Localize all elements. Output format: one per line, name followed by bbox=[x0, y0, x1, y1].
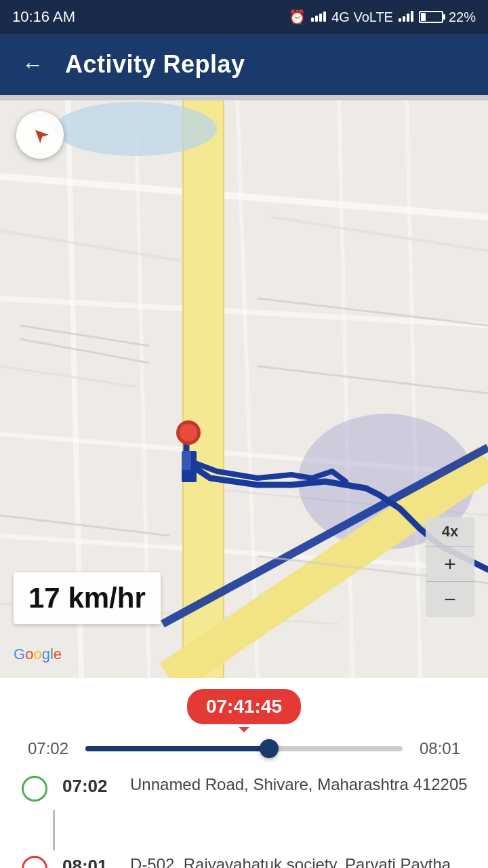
start-time-label: 07:02 bbox=[62, 776, 117, 797]
slider-row: 07:02 08:01 bbox=[0, 730, 488, 764]
signal-icon bbox=[311, 9, 326, 25]
slider-start-time: 07:02 bbox=[24, 739, 72, 758]
battery-percent: 22% bbox=[449, 9, 476, 25]
zoom-controls: 4x + − bbox=[426, 517, 474, 617]
timeline-header: 07:41:45 bbox=[0, 678, 488, 730]
end-circle-icon bbox=[22, 856, 47, 868]
start-icon bbox=[20, 774, 49, 803]
svg-point-20 bbox=[54, 102, 217, 156]
speed-value: 17 km/hr bbox=[28, 582, 146, 614]
zoom-out-button[interactable]: − bbox=[426, 582, 474, 617]
zoom-level: 4x bbox=[426, 517, 474, 547]
status-time: 10:16 AM bbox=[12, 8, 75, 26]
page-title: Activity Replay bbox=[65, 50, 245, 79]
status-icons: ⏰ 4G VoLTE 22% bbox=[289, 9, 476, 25]
compass: ➤ bbox=[16, 111, 64, 159]
timeline-entry-end: 08:01 D-502, Rajyavahatuk society, Parva… bbox=[20, 850, 468, 868]
timeline-entries: 07:02 Unnamed Road, Shivare, Maharashtra… bbox=[0, 764, 488, 868]
signal-icon-2 bbox=[399, 9, 413, 25]
slider-track-wrap[interactable] bbox=[85, 746, 403, 751]
speed-badge: 17 km/hr bbox=[14, 572, 161, 624]
svg-rect-19 bbox=[0, 95, 488, 100]
time-display: 10:16 AM bbox=[12, 8, 75, 26]
end-icon bbox=[20, 854, 49, 868]
current-time-bubble: 07:41:45 bbox=[187, 689, 301, 724]
slider-fill bbox=[85, 746, 269, 751]
google-logo: Google bbox=[14, 646, 62, 663]
timeline-connector bbox=[53, 810, 55, 850]
start-address: Unnamed Road, Shivare, Maharashtra 41220… bbox=[130, 773, 468, 796]
svg-point-26 bbox=[180, 424, 197, 441]
timeline-entry-start: 07:02 Unnamed Road, Shivare, Maharashtra… bbox=[20, 770, 468, 803]
app-bar: ← Activity Replay bbox=[0, 34, 488, 95]
back-button[interactable]: ← bbox=[16, 47, 49, 83]
status-bar: 10:16 AM ⏰ 4G VoLTE 22% bbox=[0, 0, 488, 34]
compass-arrow-icon: ➤ bbox=[26, 121, 54, 149]
map-view[interactable]: ➤ 17 km/hr Google 4x + − bbox=[0, 95, 488, 678]
battery-icon bbox=[419, 11, 443, 23]
end-time-label: 08:01 bbox=[62, 856, 117, 868]
zoom-in-button[interactable]: + bbox=[426, 547, 474, 582]
bottom-panel: 07:41:45 07:02 08:01 07:02 Unnamed Road,… bbox=[0, 678, 488, 868]
slider-thumb[interactable] bbox=[260, 739, 279, 758]
alarm-icon: ⏰ bbox=[289, 9, 306, 25]
start-circle-icon bbox=[22, 776, 47, 802]
end-address: D-502, Rajyavahatuk society, Parvati Pay… bbox=[130, 853, 468, 868]
network-label: 4G VoLTE bbox=[331, 9, 393, 25]
svg-rect-28 bbox=[182, 451, 191, 470]
slider-end-time: 08:01 bbox=[416, 739, 464, 758]
